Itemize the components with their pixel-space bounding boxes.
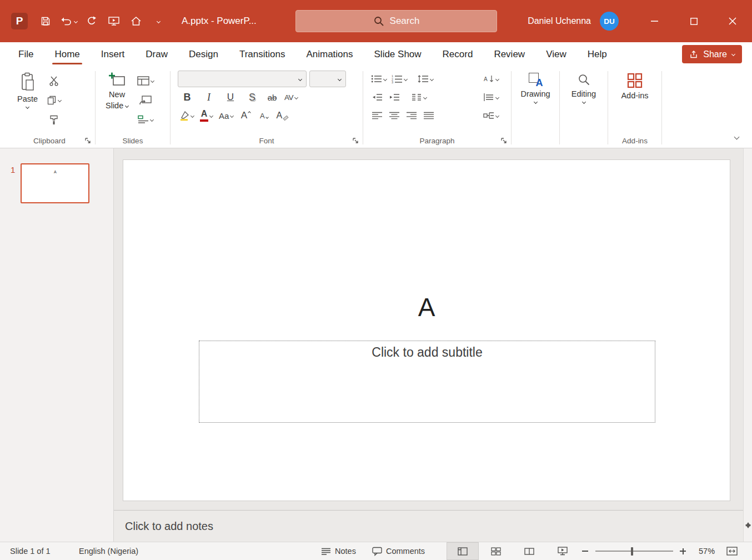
document-title[interactable]: A.pptx - PowerP... (182, 16, 257, 27)
next-slide-button[interactable] (745, 528, 751, 538)
reading-view-button[interactable] (513, 542, 545, 560)
tab-record[interactable]: Record (432, 42, 484, 67)
font-dialog-launcher[interactable] (352, 137, 359, 144)
increase-font-size-button[interactable]: A (238, 107, 253, 124)
align-right-button[interactable] (404, 107, 419, 124)
justify-button[interactable] (421, 107, 437, 124)
tab-view[interactable]: View (535, 42, 577, 67)
undo-button[interactable] (57, 9, 81, 33)
increase-indent-button[interactable] (387, 89, 402, 106)
save-button[interactable] (34, 9, 57, 33)
tab-insert[interactable]: Insert (91, 42, 136, 67)
search-box[interactable]: Search (295, 10, 497, 32)
section-button[interactable] (136, 111, 156, 128)
line-spacing-button[interactable] (416, 71, 435, 87)
strikethrough-button[interactable]: ab (264, 89, 280, 106)
format-painter-button[interactable] (45, 111, 63, 128)
bullets-button[interactable] (369, 71, 388, 87)
decrease-indent-icon (372, 93, 383, 102)
language-indicator[interactable]: English (Nigeria) (79, 542, 138, 560)
share-button[interactable]: Share (682, 45, 742, 63)
align-text-icon (483, 93, 494, 102)
numbering-button[interactable]: 123 (390, 71, 409, 87)
new-slide-button[interactable]: New Slide (101, 71, 133, 112)
notes-toggle-button[interactable]: Notes (321, 542, 356, 560)
subtitle-placeholder[interactable]: Click to add subtitle (199, 341, 655, 423)
slide-sorter-view-button[interactable] (480, 542, 512, 560)
tab-home[interactable]: Home (44, 42, 90, 67)
slide-thumbnail[interactable]: A (21, 163, 89, 203)
paragraph-group: 123 A Paragraph (365, 68, 509, 148)
tab-help[interactable]: Help (577, 42, 618, 67)
tab-design[interactable]: Design (178, 42, 229, 67)
zoom-in-button[interactable] (680, 542, 686, 560)
slide-layout-button[interactable] (136, 72, 156, 89)
account-avatar[interactable]: DU (600, 12, 619, 31)
decrease-indent-button[interactable] (369, 89, 385, 106)
comments-button[interactable]: Comments (372, 542, 425, 560)
slideshow-view-button[interactable] (547, 542, 579, 560)
tab-file[interactable]: File (8, 42, 44, 67)
slide-title-text[interactable]: A (123, 292, 730, 322)
justify-icon (423, 111, 434, 120)
tab-animations[interactable]: Animations (295, 42, 363, 67)
notes-pane[interactable]: Click to add notes (114, 510, 743, 542)
zoom-level[interactable]: 57% (699, 542, 715, 560)
collapse-ribbon-chevron-icon (734, 134, 740, 140)
clipboard-dialog-launcher[interactable] (84, 137, 92, 144)
align-text-button[interactable] (482, 89, 500, 106)
tab-draw[interactable]: Draw (135, 42, 178, 67)
normal-view-icon (458, 547, 468, 556)
character-spacing-button[interactable]: AV (283, 89, 299, 106)
account-name[interactable]: Daniel Uchenna (528, 16, 591, 26)
paste-button[interactable]: Paste (12, 71, 43, 110)
collapse-ribbon-button[interactable] (735, 131, 739, 141)
italic-button[interactable]: I (199, 89, 218, 106)
convert-to-smartart-button[interactable] (482, 107, 500, 124)
tab-review[interactable]: Review (483, 42, 535, 67)
zoom-out-button[interactable] (582, 542, 588, 560)
align-center-icon (389, 111, 400, 120)
columns-chevron-icon (423, 95, 427, 99)
home-button[interactable] (125, 9, 147, 33)
line-spacing-icon (418, 74, 429, 83)
start-slideshow-button[interactable] (103, 9, 125, 33)
editing-button[interactable]: Editing (566, 71, 601, 105)
text-direction-button[interactable]: A (482, 71, 500, 87)
text-shadow-button[interactable]: S (243, 89, 262, 106)
reset-slide-button[interactable] (136, 92, 156, 108)
font-size-combo[interactable] (309, 71, 346, 87)
columns-button[interactable] (409, 89, 428, 106)
drawing-button[interactable]: A Drawing (515, 71, 555, 105)
fit-slide-to-window-button[interactable] (726, 542, 738, 560)
minimize-button[interactable] (635, 0, 674, 42)
underline-button[interactable]: U (221, 89, 240, 106)
align-center-button[interactable] (387, 107, 402, 124)
previous-slide-button[interactable] (745, 513, 751, 523)
vertical-scrollbar[interactable] (743, 148, 752, 542)
text-highlight-color-button[interactable] (178, 107, 195, 124)
change-case-button[interactable]: Aa (217, 107, 235, 124)
cut-button[interactable] (45, 72, 63, 89)
paragraph-dialog-launcher[interactable] (500, 137, 508, 144)
quick-access-toolbar-chevron[interactable] (147, 9, 169, 33)
maximize-button[interactable] (674, 0, 713, 42)
addins-button[interactable]: Add-ins (616, 71, 653, 102)
decrease-font-size-button[interactable]: A (256, 107, 272, 124)
zoom-slider-track[interactable] (595, 551, 673, 552)
tab-slide-show[interactable]: Slide Show (364, 42, 432, 67)
tab-transitions[interactable]: Transitions (229, 42, 296, 67)
copy-button[interactable] (45, 92, 63, 108)
svg-text:3: 3 (392, 81, 393, 83)
zoom-slider[interactable] (595, 542, 679, 560)
normal-view-button[interactable] (447, 542, 479, 560)
clear-formatting-button[interactable]: A (274, 107, 290, 124)
redo-button[interactable] (81, 9, 103, 33)
close-button[interactable] (713, 0, 752, 42)
align-left-button[interactable] (369, 107, 385, 124)
bold-button[interactable]: B (178, 89, 197, 106)
font-name-combo[interactable] (178, 71, 307, 87)
zoom-slider-thumb[interactable] (631, 547, 633, 556)
font-color-button[interactable]: A (198, 107, 214, 124)
powerpoint-logo-icon[interactable]: P (11, 13, 28, 29)
